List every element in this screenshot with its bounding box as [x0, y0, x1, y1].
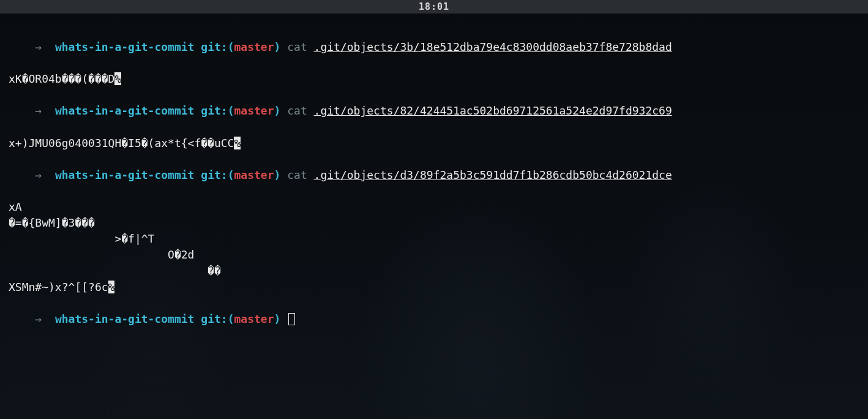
prompt-paren-open: ( — [228, 40, 234, 53]
prompt-git-label: git: — [194, 40, 227, 53]
prompt-dir: whats-in-a-git-commit — [55, 40, 195, 53]
output-line: x+)JMU06g040031QH�I5�(ax*t{<f��uCC% — [9, 135, 859, 151]
output-line: xA — [9, 199, 859, 215]
output-text: xA — [9, 200, 22, 213]
output-line: O�2d — [9, 247, 859, 263]
cursor-icon — [288, 313, 295, 325]
output-line: >�f|^T — [9, 231, 859, 247]
eol-percent-icon: % — [114, 72, 121, 85]
prompt-line: → whats-in-a-git-commit git:(master) cat… — [9, 151, 859, 199]
prompt-paren-close: ) — [274, 168, 288, 181]
output-text: xK�OR04b���(���D — [9, 72, 114, 85]
prompt-git-label: git: — [194, 168, 227, 181]
output-line: �� — [9, 263, 859, 279]
statusbar-time: 18:01 — [419, 1, 449, 12]
eol-percent-icon: % — [108, 281, 115, 293]
prompt-git-label: git: — [194, 312, 227, 325]
command: cat — [287, 104, 313, 117]
prompt-paren-open: ( — [228, 104, 234, 117]
prompt-arrow-icon: → — [35, 40, 55, 53]
output-text: XSMn#~)x?^[[?6c — [9, 281, 108, 293]
prompt-dir: whats-in-a-git-commit — [55, 168, 195, 181]
prompt-paren-close: ) — [274, 104, 288, 117]
prompt-branch: master — [234, 104, 274, 117]
prompt-paren-close: ) — [274, 312, 288, 325]
output-line: xK�OR04b���(���D% — [9, 71, 859, 87]
prompt-branch: master — [234, 168, 274, 181]
prompt-dir: whats-in-a-git-commit — [55, 312, 195, 325]
terminal[interactable]: → whats-in-a-git-commit git:(master) cat… — [0, 13, 868, 343]
statusbar: 18:01 — [0, 0, 868, 13]
prompt-arrow-icon: → — [35, 312, 55, 325]
output-text: x+)JMU06g040031QH�I5�(ax*t{<f��uCC — [9, 137, 234, 149]
prompt-paren-open: ( — [228, 168, 234, 181]
prompt-arrow-icon: → — [35, 168, 55, 181]
output-text: O�2d — [9, 248, 194, 261]
prompt-line-active[interactable]: → whats-in-a-git-commit git:(master) — [9, 295, 859, 343]
output-text: �� — [9, 264, 221, 277]
prompt-git-label: git: — [194, 104, 227, 117]
command-path: .git/objects/d3/89f2a5b3c591dd7f1b286cdb… — [314, 168, 672, 181]
prompt-line: → whats-in-a-git-commit git:(master) cat… — [9, 87, 859, 135]
prompt-paren-close: ) — [274, 40, 288, 53]
prompt-line: → whats-in-a-git-commit git:(master) cat… — [9, 23, 859, 71]
output-line: XSMn#~)x?^[[?6c% — [9, 279, 859, 295]
prompt-paren-open: ( — [228, 312, 234, 325]
prompt-dir: whats-in-a-git-commit — [55, 104, 195, 117]
command: cat — [287, 40, 313, 53]
command: cat — [287, 168, 313, 181]
prompt-branch: master — [234, 312, 274, 325]
command-path: .git/objects/82/424451ac502bd69712561a52… — [314, 104, 672, 117]
output-line: �=�{BwM]�3��� — [9, 215, 859, 231]
prompt-arrow-icon: → — [35, 104, 55, 117]
command-path: .git/objects/3b/18e512dba79e4c8300dd08ae… — [314, 40, 672, 53]
output-text: �=�{BwM]�3��� — [9, 216, 95, 229]
eol-percent-icon: % — [234, 137, 241, 149]
prompt-branch: master — [234, 40, 274, 53]
output-text: >�f|^T — [9, 232, 154, 245]
